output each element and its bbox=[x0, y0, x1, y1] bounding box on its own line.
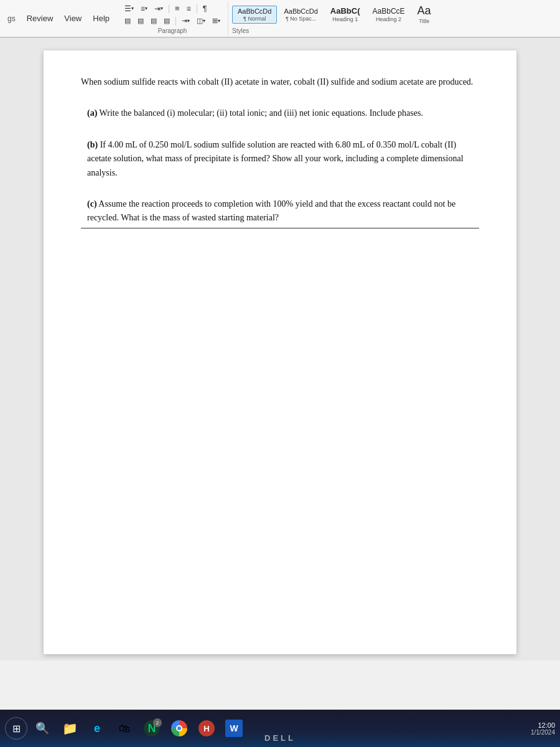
file-explorer-button[interactable]: 📁 bbox=[57, 716, 82, 741]
menu-bar: Review View Help bbox=[19, 1, 117, 35]
taskbar-right: 12:00 1/1/2024 bbox=[531, 721, 555, 736]
question-a-body: Write the balanced (i) molecular; (ii) t… bbox=[100, 108, 423, 118]
bullet-list-btn[interactable]: ☰ ▾ bbox=[122, 3, 136, 14]
styles-label: Styles bbox=[232, 27, 249, 34]
dropdown-chevron: ▾ bbox=[131, 6, 134, 11]
word-icon: W bbox=[225, 720, 243, 737]
style-h2-btn[interactable]: AaBbCcE Heading 2 bbox=[367, 5, 411, 24]
style-h2-label: Heading 2 bbox=[376, 16, 401, 22]
dropdown-chevron3: ▾ bbox=[161, 6, 163, 11]
start-button[interactable]: ⊞ bbox=[5, 717, 27, 740]
show-pilcrow-btn[interactable]: ¶ bbox=[200, 2, 210, 14]
pilcrow-icon: ¶ bbox=[203, 4, 207, 13]
justify-icon: ▤ bbox=[164, 17, 170, 25]
border-icon: ⊞ bbox=[212, 17, 218, 25]
border-btn[interactable]: ⊞ ▾ bbox=[210, 16, 223, 26]
question-b-label: (b) bbox=[87, 140, 98, 149]
chrome-button[interactable] bbox=[167, 716, 192, 741]
style-normal-btn[interactable]: AaBbCcDd ¶ Normal bbox=[232, 6, 277, 24]
question-c-section: (c) Assume the reaction proceeds to comp… bbox=[81, 197, 479, 228]
shading-btn[interactable]: ◫ ▾ bbox=[194, 16, 208, 26]
ribbon-left-label: gs bbox=[4, 1, 19, 35]
clock-time: 12:00 bbox=[531, 721, 555, 729]
style-title-label: Title bbox=[419, 18, 429, 24]
question-b-text: (b) If 4.00 mL of 0.250 mol/L sodium sul… bbox=[87, 138, 479, 180]
h-app-icon: H bbox=[198, 720, 215, 736]
dropdown-chevron6: ▾ bbox=[218, 18, 220, 24]
question-b-body: If 4.00 mL of 0.250 mol/L sodium sulfide… bbox=[87, 140, 464, 177]
question-a-text: (a) Write the balanced (i) molecular; (i… bbox=[87, 106, 479, 120]
outline-icon: ⇥ bbox=[154, 4, 161, 13]
question-c-label: (c) bbox=[87, 199, 97, 209]
question-a-label: (a) bbox=[87, 108, 97, 118]
style-nospace-label: ¶ No Spac... bbox=[286, 16, 316, 22]
justify-btn[interactable]: ▤ bbox=[161, 16, 172, 26]
align-left2-icon: ▤ bbox=[124, 17, 131, 25]
styles-group: AaBbCcDd ¶ Normal AaBbCcDd ¶ No Spac... … bbox=[228, 1, 556, 35]
style-nospace-btn[interactable]: AaBbCcDd ¶ No Spac... bbox=[278, 6, 323, 24]
style-h2-preview: AaBbCcE bbox=[373, 7, 405, 16]
system-clock: 12:00 1/1/2024 bbox=[531, 721, 555, 736]
question-c-text: (c) Assume the reaction proceeds to comp… bbox=[87, 197, 479, 225]
taskbar: ⊞ 🔍 📁 e 🛍 N 2 H W DELL 12:00 bbox=[0, 710, 560, 747]
paragraph-intro: When sodium sulfide reacts with cobalt (… bbox=[81, 75, 479, 89]
align-center2-icon: ▤ bbox=[138, 17, 144, 25]
style-title-preview: Aa bbox=[418, 4, 431, 17]
clock-date: 1/1/2024 bbox=[531, 729, 555, 736]
align-right-icon: ▤ bbox=[151, 17, 157, 25]
indent-group-btn[interactable]: ⇥ ▾ bbox=[179, 16, 192, 26]
align-right-btn[interactable]: ▤ bbox=[148, 16, 159, 26]
document-wrapper: When sodium sulfide reacts with cobalt (… bbox=[0, 38, 560, 660]
align-left-icon: ≡ bbox=[175, 4, 180, 13]
outline-btn[interactable]: ⇥ ▾ bbox=[152, 3, 166, 14]
store-icon: 🛍 bbox=[119, 722, 130, 735]
menu-review[interactable]: Review bbox=[24, 12, 56, 24]
dropdown-chevron5: ▾ bbox=[203, 18, 205, 24]
dropdown-chevron4: ▾ bbox=[187, 18, 190, 24]
menu-help[interactable]: Help bbox=[90, 12, 112, 24]
dell-label-container: DELL bbox=[264, 732, 296, 743]
align-left2-btn[interactable]: ▤ bbox=[122, 16, 133, 26]
ribbon: gs Review View Help ☰ ▾ ≡ bbox=[0, 0, 560, 38]
style-h1-preview: AaBbC( bbox=[330, 6, 360, 16]
style-nospace-preview: AaBbCcDd bbox=[284, 7, 317, 15]
paragraph-label: Paragraph bbox=[158, 27, 187, 34]
style-title-btn[interactable]: Aa Title bbox=[412, 2, 437, 26]
file-explorer-icon: 📁 bbox=[62, 721, 78, 736]
start-icon: ⊞ bbox=[12, 723, 21, 735]
edge-button[interactable]: e bbox=[85, 716, 110, 741]
document-page[interactable]: When sodium sulfide reacts with cobalt (… bbox=[44, 50, 516, 654]
question-c-body: Assume the reaction proceeds to completi… bbox=[87, 199, 455, 222]
style-normal-label: ¶ Normal bbox=[243, 16, 266, 22]
paragraph-group: ☰ ▾ ≡ ▾ ⇥ ▾ ≡ bbox=[117, 1, 228, 35]
align-center-icon: ≡ bbox=[187, 4, 191, 13]
style-h1-btn[interactable]: AaBbC( Heading 1 bbox=[325, 4, 366, 24]
word-button[interactable]: W bbox=[222, 716, 246, 741]
separator2 bbox=[197, 4, 197, 13]
chrome-icon bbox=[171, 720, 187, 736]
search-icon: 🔍 bbox=[35, 721, 49, 735]
menu-view[interactable]: View bbox=[62, 12, 84, 24]
chrome-inner-circle bbox=[176, 725, 182, 731]
question-b-section: (b) If 4.00 mL of 0.250 mol/L sodium sul… bbox=[81, 138, 479, 180]
style-normal-preview: AaBbCcDd bbox=[238, 7, 271, 15]
style-h1-label: Heading 1 bbox=[332, 16, 358, 22]
search-button[interactable]: 🔍 bbox=[30, 716, 55, 741]
dropdown-chevron2: ▾ bbox=[145, 6, 147, 11]
shading-icon: ◫ bbox=[197, 17, 203, 25]
separator1 bbox=[169, 4, 169, 13]
intro-text: When sodium sulfide reacts with cobalt (… bbox=[81, 75, 479, 89]
align-center2-btn[interactable]: ▤ bbox=[135, 16, 146, 26]
numbering-btn[interactable]: ≡ ▾ bbox=[138, 3, 150, 14]
align-left-btn[interactable]: ≡ bbox=[172, 2, 182, 14]
numbering-icon: ≡ bbox=[141, 4, 145, 13]
dell-label: DELL bbox=[264, 733, 296, 743]
store-button[interactable]: 🛍 bbox=[112, 716, 137, 741]
edge-icon: e bbox=[94, 722, 100, 735]
h-app-button[interactable]: H bbox=[194, 716, 219, 741]
indent-icon: ⇥ bbox=[182, 17, 187, 25]
mail-button[interactable]: N 2 bbox=[139, 716, 164, 741]
bullet-list-icon: ☰ bbox=[124, 4, 131, 13]
separator3 bbox=[175, 17, 176, 26]
align-center-btn[interactable]: ≡ bbox=[184, 3, 194, 14]
